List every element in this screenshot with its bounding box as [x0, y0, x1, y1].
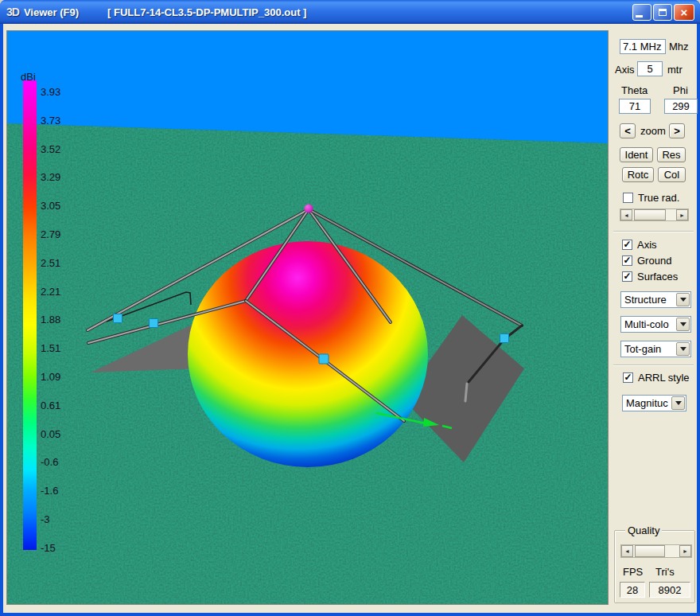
3d-scene: [7, 31, 609, 605]
window-title: Viewer (F9): [24, 6, 79, 18]
maximize-button[interactable]: [653, 4, 672, 21]
surfaces-checkbox-label: Surfaces: [637, 271, 678, 283]
axis-checkbox[interactable]: ✓: [622, 240, 632, 250]
colorbar-label: 1.09: [41, 371, 60, 383]
app-icon: 3D: [6, 6, 19, 18]
gain-mode-dropdown[interactable]: Tot-gain: [620, 341, 691, 357]
maximize-icon: [659, 9, 667, 16]
ident-button[interactable]: Ident: [620, 147, 653, 162]
slider-left-arrow-icon[interactable]: ◄: [620, 209, 632, 220]
true-rad-slider[interactable]: ◄ ►: [620, 209, 689, 221]
structure-dropdown[interactable]: Structure: [620, 291, 691, 308]
colorbar-label: -3: [41, 513, 50, 525]
minimize-icon: [636, 15, 643, 18]
check-icon: ✓: [623, 272, 631, 280]
close-icon: ×: [681, 6, 688, 18]
colorbar-label: 0.05: [41, 428, 60, 440]
check-icon: ✓: [623, 240, 631, 248]
client-area: dBi 3.933.733.523.293.052.792.512.211.88…: [3, 24, 697, 613]
chevron-down-icon[interactable]: [676, 342, 690, 356]
close-button[interactable]: ×: [674, 4, 694, 21]
color-mode-dropdown-value: Multi-colo: [621, 318, 676, 330]
quality-slider[interactable]: ◄ ►: [620, 544, 692, 558]
slider-thumb[interactable]: [634, 209, 666, 220]
axis-scale-unit-label: mtr: [667, 64, 682, 76]
quality-label: Quality: [625, 524, 662, 536]
colorbar-label: 3.05: [41, 200, 60, 212]
colorbar-label: 3.93: [41, 86, 60, 98]
colorbar-label: -1.6: [41, 485, 58, 497]
window-filename: [ FULL7-14-CL3.5-DP-PMULTIP_300.out ]: [107, 6, 306, 18]
zoom-label: zoom: [640, 125, 666, 137]
col-button[interactable]: Col: [658, 167, 686, 182]
colorbar-label: 3.52: [41, 143, 60, 155]
arrl-style-checkbox[interactable]: ✓: [623, 372, 633, 383]
slider-thumb[interactable]: [635, 545, 665, 557]
slider-right-arrow-icon[interactable]: ►: [676, 209, 688, 220]
colorbar-label: 0.61: [41, 400, 60, 411]
chevron-down-icon[interactable]: [676, 318, 690, 331]
colorbar-label: 2.79: [41, 228, 60, 240]
arrl-style-label: ARRL style: [638, 372, 690, 384]
slider-left-arrow-icon[interactable]: ◄: [621, 545, 633, 557]
colorbar-label: 3.73: [41, 115, 60, 127]
colorbar-label: 2.21: [41, 286, 60, 298]
axis-checkbox-label: Axis: [637, 239, 657, 251]
separator: [613, 365, 694, 366]
fps-label: FPS: [623, 566, 643, 578]
check-icon: ✓: [624, 373, 632, 381]
surfaces-checkbox[interactable]: ✓: [622, 271, 632, 282]
true-rad-label: True rad.: [638, 192, 679, 204]
colorbar-gradient: [23, 80, 37, 550]
fps-value: 28: [620, 582, 645, 598]
separator: [613, 231, 694, 232]
colorbar-label: 1.88: [41, 314, 60, 326]
phi-field[interactable]: 299: [664, 99, 698, 114]
ground-checkbox[interactable]: ✓: [622, 255, 632, 266]
zoom-in-button[interactable]: >: [669, 123, 685, 138]
true-rad-checkbox[interactable]: [623, 193, 633, 203]
frequency-unit-label: Mhz: [669, 41, 689, 53]
zoom-out-button[interactable]: <: [620, 123, 636, 138]
colorbar-label: -0.6: [41, 456, 58, 468]
structure-dropdown-value: Structure: [621, 294, 676, 306]
rotc-button[interactable]: Rotc: [622, 167, 654, 182]
theta-label: Theta: [621, 84, 648, 96]
colorbar-label: 2.51: [41, 257, 60, 269]
magnitude-dropdown[interactable]: Magnituc: [622, 395, 686, 411]
slider-right-arrow-icon[interactable]: ►: [679, 545, 691, 557]
colorbar-unit: dBi: [21, 71, 36, 83]
ground-checkbox-label: Ground: [637, 255, 671, 267]
colorbar-label: 1.51: [41, 342, 60, 354]
axis-scale-label: Axis: [615, 64, 635, 76]
phi-label: Phi: [673, 84, 688, 96]
apex-marker: [305, 205, 313, 213]
colorbar-label: -15: [41, 542, 56, 554]
slider-track[interactable]: [633, 545, 679, 557]
app-window: 3D Viewer (F9) [ FULL7-14-CL3.5-DP-PMULT…: [0, 0, 700, 616]
titlebar[interactable]: 3D Viewer (F9) [ FULL7-14-CL3.5-DP-PMULT…: [0, 0, 700, 24]
res-button[interactable]: Res: [657, 147, 686, 162]
color-mode-dropdown[interactable]: Multi-colo: [620, 316, 691, 333]
theta-field[interactable]: 71: [619, 99, 651, 114]
radiation-dome: [188, 241, 428, 467]
check-icon: ✓: [623, 256, 631, 264]
slider-track[interactable]: [632, 209, 676, 220]
tris-label: Tri's: [655, 566, 675, 578]
chevron-down-icon[interactable]: [671, 396, 685, 410]
axis-scale-field[interactable]: 5: [637, 61, 663, 76]
magnitude-dropdown-value: Magnituc: [623, 397, 671, 409]
frequency-field[interactable]: 7.1 MHz: [620, 39, 666, 54]
colorbar-label: 3.29: [41, 171, 60, 183]
chevron-down-icon[interactable]: [676, 293, 690, 306]
gain-mode-dropdown-value: Tot-gain: [621, 343, 676, 355]
window-buttons: ×: [632, 4, 694, 21]
tris-value: 8902: [649, 582, 690, 598]
minimize-button[interactable]: [632, 4, 651, 21]
3d-viewport[interactable]: dBi 3.933.733.523.293.052.792.512.211.88…: [6, 30, 609, 605]
